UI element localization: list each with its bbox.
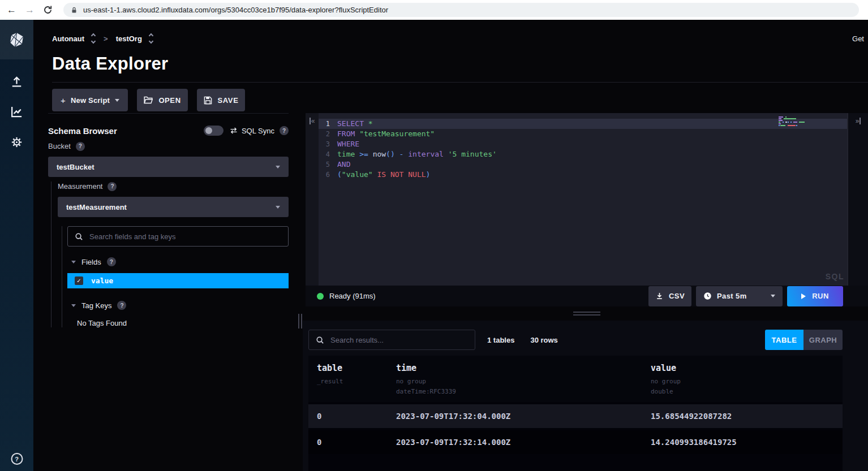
column-sub-label: no group [396, 378, 651, 385]
results-table: table_resulttimeno groupdateTime:RFC3339… [308, 356, 843, 471]
minimap[interactable] [779, 116, 805, 127]
upload-nav-item[interactable] [10, 75, 23, 88]
data-explorer-nav-item[interactable] [10, 105, 23, 118]
schema-search-input[interactable] [89, 232, 281, 241]
code-token: interval [408, 150, 444, 158]
run-button[interactable]: RUN [787, 286, 843, 306]
sql-sync-icon [230, 127, 238, 134]
suborg-switcher-icon[interactable] [149, 34, 153, 43]
collapse-left-icon[interactable]: « [310, 118, 315, 124]
minimap-mark [788, 125, 796, 126]
table-cell: 2023-07-09T17:32:14.000Z [396, 438, 651, 447]
results-search-input[interactable] [330, 336, 468, 344]
url-text: us-east-1-1.aws.cloud2.influxdata.com/or… [83, 6, 388, 14]
table-header: table_resulttimeno groupdateTime:RFC3339… [308, 356, 843, 402]
column-header[interactable]: table_result [317, 363, 396, 395]
code-line[interactable]: 5AND [319, 159, 847, 170]
minimap-mark [782, 118, 783, 119]
lock-icon [70, 6, 78, 14]
suborg-name[interactable]: testOrg [116, 34, 142, 43]
column-sub-label: dateTime:RFC3339 [396, 388, 651, 395]
search-icon [316, 336, 324, 344]
column-header[interactable]: valueno groupdouble [651, 363, 843, 395]
minimap-mark [783, 122, 784, 123]
code-line[interactable]: 4time >= now() - interval '5 minutes' [319, 149, 847, 159]
code-token: () [386, 150, 395, 158]
minimap-mark [779, 116, 783, 118]
code-token: SELECT [337, 119, 364, 128]
field-row-value[interactable]: ✓value [67, 273, 289, 288]
code-line[interactable]: 3WHERE [319, 139, 847, 149]
minimap-line [779, 120, 805, 121]
column-header[interactable]: timeno groupdateTime:RFC3339 [396, 363, 651, 395]
right-panel-strip: » [847, 113, 868, 286]
caret-down-icon [115, 99, 119, 102]
field-name: value [91, 276, 113, 285]
tag-keys-section-header[interactable]: Tag Keys ? [67, 300, 289, 310]
sql-editor[interactable]: « 1SELECT *2FROM "testMeasurement"3WHERE… [306, 113, 868, 286]
measurement-dropdown[interactable]: testMeasurement [58, 197, 289, 217]
tag-keys-help-icon[interactable]: ? [117, 301, 126, 310]
results-header: 1 tables 30 rows TABLE GRAPH [308, 330, 843, 350]
breadcrumb: Autonaut > testOrg Get [52, 31, 864, 46]
bucket-dropdown[interactable]: testBucket [48, 157, 289, 177]
breadcrumb-separator: > [104, 34, 108, 43]
time-range-dropdown[interactable]: Past 5m [696, 286, 783, 306]
measurement-help-icon[interactable]: ? [108, 182, 117, 191]
save-button[interactable]: SAVE [197, 89, 245, 111]
code-line[interactable]: 2FROM "testMeasurement" [319, 129, 847, 139]
sql-sync-toggle[interactable] [204, 126, 224, 136]
workspace: Schema Browser SQL Sync ? Bucket [33, 113, 868, 471]
code-area[interactable]: 1SELECT *2FROM "testMeasurement"3WHERE4t… [319, 119, 847, 180]
minimap-mark [790, 122, 791, 123]
bucket-help-icon[interactable]: ? [76, 142, 85, 151]
minimap-mark [792, 122, 793, 123]
back-button[interactable]: ← [7, 5, 16, 15]
org-switcher-icon[interactable] [92, 34, 95, 43]
code-token [364, 119, 368, 128]
save-label: SAVE [218, 96, 239, 105]
schema-search-box[interactable] [67, 226, 289, 247]
table-row[interactable]: 02023-07-09T17:32:14.000Z14.240993186419… [308, 430, 843, 454]
forward-button[interactable]: → [25, 5, 35, 15]
column-name: table [317, 363, 396, 373]
influxdb-logo[interactable] [0, 20, 33, 59]
url-bar[interactable]: us-east-1-1.aws.cloud2.influxdata.com/or… [63, 3, 859, 17]
script-toolbar: + New Script OPEN SAVE [52, 89, 245, 111]
collapse-editor-strip[interactable]: « [306, 113, 319, 286]
fields-help-icon[interactable]: ? [107, 257, 116, 266]
csv-button[interactable]: CSV [648, 286, 691, 306]
dropdown-caret-icon [276, 166, 280, 168]
table-cell: 14.240993186419725 [651, 438, 843, 447]
search-icon [75, 232, 83, 241]
org-name[interactable]: Autonaut [52, 34, 84, 43]
new-script-button[interactable]: + New Script [52, 89, 128, 111]
measurement-section: Measurement ? testMeasurement [51, 182, 289, 327]
checkbox[interactable]: ✓ [75, 276, 83, 285]
field-list: ✓value [67, 273, 289, 288]
page-title: Data Explorer [52, 54, 168, 74]
get-started-link[interactable]: Get [852, 34, 864, 43]
results-search-box[interactable] [308, 330, 475, 350]
code-token: IS NOT NULL [377, 170, 426, 179]
tables-count: 1 tables [487, 336, 514, 344]
open-button[interactable]: OPEN [137, 89, 188, 111]
expand-panel-icon[interactable]: » [856, 118, 861, 124]
code-token: time [337, 150, 355, 158]
graph-view-button[interactable]: GRAPH [803, 330, 843, 350]
fields-section-header[interactable]: Fields ? [67, 257, 289, 267]
table-row[interactable]: 02023-07-09T17:32:04.000Z15.685449220872… [308, 404, 843, 428]
influxdb-cube-icon [9, 32, 24, 47]
play-icon [801, 293, 806, 299]
code-line[interactable]: 6("value" IS NOT NULL) [319, 170, 847, 180]
help-button[interactable]: ? [11, 453, 23, 465]
minimap-line [779, 125, 805, 126]
vertical-splitter-handle[interactable] [298, 314, 302, 329]
refresh-button[interactable] [43, 5, 53, 15]
settings-nav-item[interactable] [10, 136, 23, 149]
code-token: FROM [337, 129, 355, 138]
code-line[interactable]: 1SELECT * [319, 119, 847, 129]
horizontal-splitter-handle[interactable] [306, 306, 868, 321]
sql-sync-help-icon[interactable]: ? [280, 126, 289, 135]
table-view-button[interactable]: TABLE [765, 330, 803, 350]
